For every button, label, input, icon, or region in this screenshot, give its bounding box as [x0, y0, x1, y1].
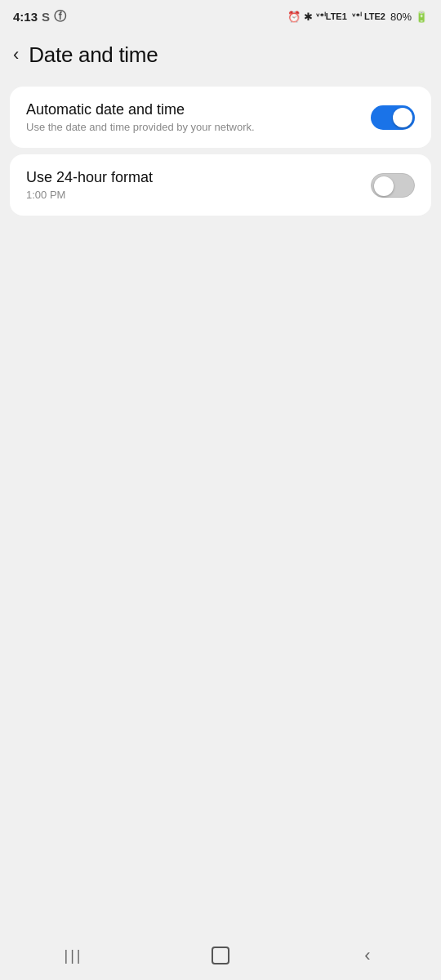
settings-container: Automatic date and time Use the date and… — [0, 80, 441, 222]
status-bar: 4:13 S ⓕ ⏰ ✱ ᵛᵒˡLTE1 ᵛᵒˡ LTE2 80% 🔋 — [0, 0, 441, 29]
automatic-date-time-card[interactable]: Automatic date and time Use the date and… — [10, 87, 431, 148]
automatic-date-time-title: Automatic date and time — [26, 101, 371, 118]
back-nav-icon: ‹ — [364, 945, 370, 966]
bluetooth-icon: ✱ — [304, 11, 313, 23]
automatic-date-time-toggle[interactable] — [371, 105, 415, 130]
battery-icon: 🔋 — [415, 11, 428, 23]
use-24-hour-format-subtitle: 1:00 PM — [26, 189, 371, 201]
page-title: Date and time — [29, 42, 158, 68]
recents-button[interactable]: ||| — [49, 939, 98, 972]
use-24-hour-format-toggle[interactable] — [371, 173, 415, 198]
back-nav-button[interactable]: ‹ — [343, 939, 392, 972]
page-header: ‹ Date and time — [0, 29, 441, 80]
home-button[interactable] — [196, 939, 245, 972]
use-24-hour-format-text: Use 24-hour format 1:00 PM — [26, 169, 371, 201]
back-button[interactable]: ‹ — [10, 41, 22, 69]
battery-display: 80% — [390, 11, 412, 23]
automatic-date-time-subtitle: Use the date and time provided by your n… — [26, 121, 371, 133]
bottom-navigation: ||| ‹ — [0, 934, 441, 980]
recents-icon: ||| — [64, 947, 82, 964]
time-display: 4:13 — [13, 10, 38, 24]
facebook-icon: ⓕ — [54, 9, 66, 24]
home-icon — [212, 947, 229, 964]
lte1-icon: ᵛᵒˡLTE1 — [316, 11, 347, 22]
automatic-date-time-text: Automatic date and time Use the date and… — [26, 101, 371, 133]
use-24-hour-format-card[interactable]: Use 24-hour format 1:00 PM — [10, 154, 431, 216]
status-bar-right: ⏰ ✱ ᵛᵒˡLTE1 ᵛᵒˡ LTE2 80% 🔋 — [287, 11, 428, 23]
samsung-pay-icon: S — [42, 10, 50, 24]
alarm-icon: ⏰ — [287, 11, 301, 23]
status-bar-left: 4:13 S ⓕ — [13, 9, 66, 24]
lte2-icon: ᵛᵒˡ LTE2 — [352, 11, 385, 22]
use-24-hour-format-title: Use 24-hour format — [26, 169, 371, 186]
